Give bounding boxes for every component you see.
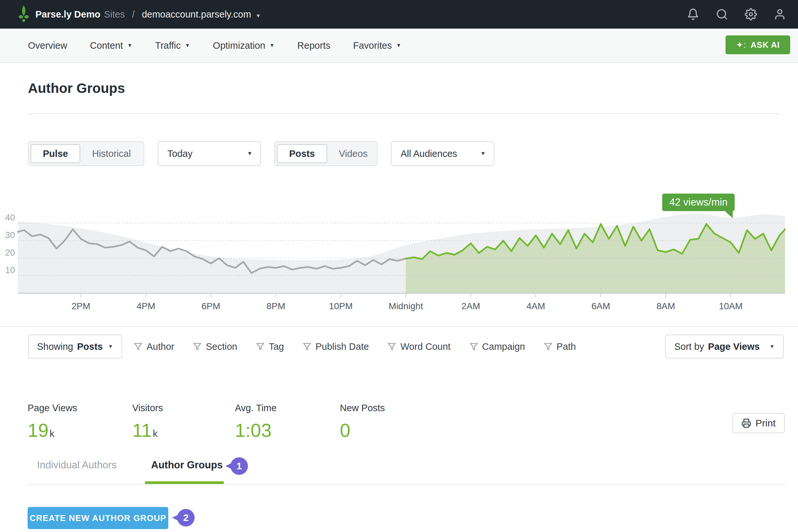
chevron-down-icon: ▼ bbox=[247, 150, 253, 157]
metric-new-posts: New Posts 0 bbox=[340, 403, 385, 441]
metric-page-views: Page Views 19k bbox=[27, 403, 77, 441]
nav-item-traffic[interactable]: Traffic▼ bbox=[155, 40, 190, 51]
metric-value: 1:03 bbox=[235, 419, 272, 441]
chevron-down-icon: ▼ bbox=[480, 150, 486, 157]
x-axis-label: 10AM bbox=[719, 301, 742, 311]
badge-tail bbox=[225, 462, 233, 470]
y-axis-label: 20 bbox=[5, 248, 15, 258]
ask-ai-button[interactable]: ✦: ASK AI bbox=[726, 35, 790, 54]
funnel-icon bbox=[544, 342, 552, 351]
funnel-icon bbox=[303, 342, 311, 351]
breadcrumb-separator: / bbox=[132, 9, 134, 20]
tab-individual-authors[interactable]: Individual Authors bbox=[37, 459, 117, 471]
metric-value: 0 bbox=[340, 419, 350, 441]
x-axis-label: 10PM bbox=[329, 301, 353, 311]
chart-divider bbox=[0, 326, 798, 327]
site-dropdown-caret-icon[interactable]: ▼ bbox=[256, 13, 261, 19]
topbar-icons bbox=[687, 8, 798, 20]
x-axis-label: 6PM bbox=[201, 301, 220, 311]
step-badge-2: 2 bbox=[177, 509, 194, 527]
create-new-author-group-button[interactable]: CREATE NEW AUTHOR GROUP bbox=[27, 507, 168, 529]
funnel-icon bbox=[193, 342, 201, 351]
x-axis-label: 4AM bbox=[526, 301, 545, 311]
nav-item-favorites[interactable]: Favorites▼ bbox=[353, 40, 401, 51]
gear-icon[interactable] bbox=[745, 8, 757, 20]
tab-author-groups[interactable]: Author Groups bbox=[151, 459, 223, 471]
x-axis-label: 4PM bbox=[136, 301, 155, 311]
y-axis-label: 30 bbox=[5, 230, 15, 240]
x-axis-label: Midnight bbox=[389, 301, 423, 311]
chevron-down-icon: ▼ bbox=[127, 42, 132, 49]
funnel-icon bbox=[469, 342, 478, 351]
brand-name: Parse.ly Demo bbox=[35, 9, 100, 20]
tooltip-tail bbox=[724, 210, 733, 218]
filter-section[interactable]: Section bbox=[193, 341, 237, 352]
breadcrumb: Parse.ly Demo Sites / demoaccount.parsel… bbox=[35, 9, 261, 20]
metric-value: 11 bbox=[132, 419, 152, 441]
printer-icon bbox=[741, 418, 751, 428]
search-icon[interactable] bbox=[716, 8, 728, 20]
nav-item-overview[interactable]: Overview bbox=[28, 40, 67, 51]
parsely-logo-icon[interactable] bbox=[18, 5, 30, 24]
chevron-down-icon: ▼ bbox=[185, 42, 190, 49]
x-axis-label: 2AM bbox=[461, 301, 480, 311]
metric-visitors: Visitors 11k bbox=[132, 403, 163, 441]
sort-select[interactable]: Sort by Page Views ▼ bbox=[665, 335, 784, 359]
current-site[interactable]: demoaccount.parsely.com bbox=[142, 9, 251, 20]
filter-campaign[interactable]: Campaign bbox=[469, 341, 525, 352]
tabs-divider bbox=[27, 484, 785, 484]
nav-item-reports[interactable]: Reports bbox=[297, 40, 331, 51]
chevron-down-icon: ▼ bbox=[769, 344, 775, 349]
pulse-chart[interactable]: 102030402PM4PM6PM8PM10PMMidnight2AM4AM6A… bbox=[0, 182, 798, 315]
type-option-videos[interactable]: Videos bbox=[327, 144, 379, 163]
page-title: Author Groups bbox=[28, 80, 125, 96]
bell-icon[interactable] bbox=[687, 8, 699, 20]
badge-tail bbox=[172, 514, 179, 521]
filter-bar: Showing Posts ▼ AuthorSectionTagPublish … bbox=[0, 335, 798, 359]
x-axis-label: 2PM bbox=[72, 301, 90, 311]
parsely-dashboard: Parse.ly Demo Sites / demoaccount.parsel… bbox=[0, 0, 798, 532]
y-axis-label: 10 bbox=[5, 265, 15, 275]
controls-row: Pulse Historical Today ▼ Posts Videos Al… bbox=[28, 141, 494, 166]
user-icon[interactable] bbox=[774, 8, 786, 20]
filter-path[interactable]: Path bbox=[544, 341, 576, 352]
filter-tag[interactable]: Tag bbox=[256, 341, 284, 352]
funnel-icon bbox=[388, 342, 396, 351]
active-tab-underline bbox=[145, 481, 224, 484]
date-range-select[interactable]: Today ▼ bbox=[157, 141, 261, 166]
y-axis-label: 40 bbox=[5, 213, 15, 223]
type-option-posts[interactable]: Posts bbox=[277, 144, 327, 163]
x-axis-label: 8AM bbox=[656, 301, 675, 311]
print-button[interactable]: Print bbox=[732, 413, 785, 433]
filter-word-count[interactable]: Word Count bbox=[388, 341, 450, 352]
filter-publish-date[interactable]: Publish Date bbox=[303, 341, 369, 352]
x-axis-label: 6AM bbox=[591, 301, 610, 311]
showing-select[interactable]: Showing Posts ▼ bbox=[28, 335, 122, 359]
metric-avg-time: Avg. Time 1:03 bbox=[235, 403, 277, 441]
audience-select[interactable]: All Audiences ▼ bbox=[391, 141, 494, 166]
funnel-icon bbox=[256, 342, 264, 351]
chevron-down-icon: ▼ bbox=[270, 42, 275, 49]
chart-tooltip: 42 views/min bbox=[662, 194, 735, 211]
breadcrumb-sites[interactable]: Sites bbox=[104, 9, 125, 20]
chevron-down-icon: ▼ bbox=[396, 42, 401, 49]
content-type-toggle: Posts Videos bbox=[274, 141, 377, 166]
funnel-icon bbox=[134, 342, 142, 351]
x-axis-label: 8PM bbox=[266, 301, 285, 311]
sparkle-icon: ✦: bbox=[736, 40, 746, 50]
brand-area: Parse.ly Demo Sites / demoaccount.parsel… bbox=[0, 5, 261, 24]
chevron-down-icon: ▼ bbox=[108, 344, 113, 349]
mode-toggle: Pulse Historical bbox=[28, 141, 144, 166]
nav-item-optimization[interactable]: Optimization▼ bbox=[213, 40, 275, 51]
mode-option-historical[interactable]: Historical bbox=[80, 144, 142, 163]
title-divider bbox=[27, 113, 779, 114]
main-nav: Overview Content▼ Traffic▼ Optimization▼… bbox=[0, 28, 798, 63]
filter-author[interactable]: Author bbox=[134, 341, 174, 352]
nav-item-content[interactable]: Content▼ bbox=[90, 40, 132, 51]
topbar: Parse.ly Demo Sites / demoaccount.parsel… bbox=[0, 0, 798, 28]
filter-list: AuthorSectionTagPublish DateWord CountCa… bbox=[134, 335, 576, 359]
mode-option-pulse[interactable]: Pulse bbox=[31, 144, 80, 163]
metric-value: 19 bbox=[27, 419, 49, 441]
step-badge-1: 1 bbox=[230, 457, 248, 475]
